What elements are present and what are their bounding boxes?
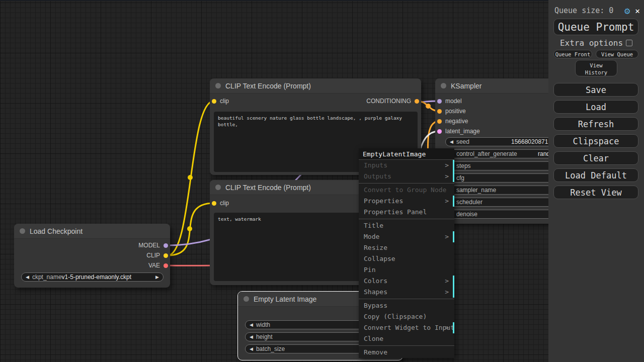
- output-slot-clip[interactable]: CLIP: [14, 250, 170, 260]
- prev-value-arrow-icon[interactable]: ◀: [250, 344, 253, 353]
- next-value-arrow-icon[interactable]: ▶: [155, 273, 159, 282]
- conditioning-port[interactable]: [437, 109, 442, 114]
- menu-item-mode[interactable]: Mode>: [359, 231, 454, 242]
- node-title: Load Checkpoint: [30, 227, 83, 235]
- submenu-arrow-icon: >: [445, 171, 449, 182]
- menu-item-remove[interactable]: Remove: [359, 347, 454, 358]
- widget-label: ckpt_name: [32, 274, 62, 281]
- widget-label: denoise: [456, 211, 477, 218]
- node-title: Empty Latent Image: [254, 295, 316, 303]
- vae-port[interactable]: [164, 263, 168, 268]
- view-queue-button[interactable]: View Queue: [596, 50, 638, 58]
- menu-item-properties[interactable]: Properties>: [359, 196, 454, 207]
- widget-value: 15668020871: [511, 138, 548, 145]
- input-slot-clip[interactable]: clip: [210, 96, 270, 106]
- submenu-arrow-icon: >: [445, 160, 449, 171]
- node-context-menu: EmptyLatentImage Inputs> Outputs> Conver…: [359, 148, 454, 358]
- menu-item-colors[interactable]: Colors>: [359, 276, 454, 287]
- node-title: CLIP Text Encode (Prompt): [225, 82, 311, 90]
- submenu-arrow-icon: >: [445, 322, 449, 333]
- load-default-button[interactable]: Load Default: [553, 168, 638, 182]
- menu-item-title[interactable]: Title: [359, 220, 454, 231]
- load-button[interactable]: Load: [553, 100, 638, 114]
- extra-options-checkbox[interactable]: [626, 40, 632, 46]
- menu-item-outputs[interactable]: Outputs>: [359, 171, 454, 182]
- clip-port[interactable]: [212, 99, 216, 104]
- queue-prompt-button[interactable]: Queue Prompt: [553, 19, 638, 35]
- collapse-dot-icon[interactable]: [244, 296, 249, 302]
- submenu-arrow-icon: >: [445, 231, 449, 242]
- latent-port[interactable]: [437, 129, 442, 134]
- menu-item-bypass[interactable]: Bypass: [359, 300, 454, 311]
- widget-label: steps: [456, 162, 471, 169]
- node-header[interactable]: CLIP Text Encode (Prompt): [210, 78, 421, 94]
- menu-separator: [359, 345, 454, 346]
- prev-value-arrow-icon[interactable]: ◀: [26, 273, 29, 282]
- widget-label: sampler_name: [456, 187, 496, 194]
- reset-view-button[interactable]: Reset View: [553, 186, 638, 199]
- conditioning-port[interactable]: [415, 99, 419, 104]
- collapse-dot-icon[interactable]: [215, 185, 221, 190]
- gear-icon[interactable]: ⚙: [624, 6, 630, 16]
- widget-label: height: [256, 333, 273, 340]
- node-header[interactable]: Load Checkpoint: [14, 224, 170, 239]
- clipspace-button[interactable]: Clipspace: [553, 134, 638, 148]
- widget-label: width: [256, 321, 270, 328]
- menu-item-shapes[interactable]: Shapes>: [359, 287, 454, 298]
- submenu-arrow-icon: >: [445, 287, 449, 298]
- menu-item-convert-to-group-node[interactable]: Convert to Group Node: [359, 185, 454, 196]
- collapse-dot-icon[interactable]: [441, 83, 446, 88]
- view-history-button[interactable]: ViewHistory: [575, 60, 617, 76]
- widget-label: control_after_generate: [456, 150, 517, 157]
- node-title: CLIP Text Encode (Prompt): [225, 184, 311, 192]
- menu-item-convert-widget-to-input[interactable]: Convert Widget to Input>: [359, 322, 454, 333]
- submenu-arrow-icon: >: [445, 276, 449, 287]
- queue-front-button[interactable]: Queue Front: [553, 50, 592, 58]
- queue-size-row: Queue size: 0 ⚙ ✕: [554, 5, 640, 16]
- output-slot-vae[interactable]: VAE: [14, 260, 170, 270]
- widget-label: batch_size: [256, 345, 285, 352]
- comfyui-screen: Load Checkpoint MODEL CLIP VAE ◀ ckpt_na…: [0, 0, 644, 362]
- close-icon[interactable]: ✕: [635, 6, 640, 16]
- widget-label: seed: [456, 138, 469, 145]
- prev-value-arrow-icon[interactable]: ◀: [250, 332, 253, 341]
- queue-size-label: Queue size: 0: [554, 6, 624, 15]
- node-title: KSampler: [451, 82, 481, 90]
- menu-item-properties-panel[interactable]: Properties Panel: [359, 207, 454, 218]
- menu-item-inputs[interactable]: Inputs>: [359, 160, 454, 171]
- prev-value-arrow-icon[interactable]: ◀: [450, 137, 453, 146]
- widget-label: cfg: [456, 174, 464, 182]
- input-slot-clip[interactable]: clip: [210, 198, 270, 208]
- clear-button[interactable]: Clear: [553, 151, 638, 165]
- collapse-dot-icon[interactable]: [20, 228, 25, 234]
- save-button[interactable]: Save: [553, 83, 638, 97]
- menu-separator: [359, 299, 454, 299]
- model-port[interactable]: [437, 99, 442, 104]
- extra-options-label: Extra options: [560, 38, 623, 48]
- menu-separator: [359, 183, 454, 184]
- clip-port[interactable]: [212, 201, 216, 206]
- menu-item-copy-clipspace[interactable]: Copy (Clipspace): [359, 311, 454, 322]
- clip-port[interactable]: [164, 253, 168, 258]
- ckpt-name-combo-widget[interactable]: ◀ ckpt_name v1-5-pruned-emaonly.ckpt ▶: [21, 273, 164, 282]
- widget-value: v1-5-pruned-emaonly.ckpt: [62, 274, 132, 281]
- conditioning-port[interactable]: [437, 119, 442, 124]
- output-slot-conditioning[interactable]: CONDITIONING: [320, 96, 421, 106]
- collapse-dot-icon[interactable]: [215, 83, 221, 88]
- menu-item-clone[interactable]: Clone: [359, 333, 454, 344]
- submenu-arrow-icon: >: [445, 196, 449, 207]
- extra-options-row: Extra options: [548, 38, 644, 47]
- menu-item-collapse[interactable]: Collapse: [359, 253, 454, 264]
- node-load-checkpoint[interactable]: Load Checkpoint MODEL CLIP VAE ◀ ckpt_na…: [14, 224, 170, 288]
- output-slot-model[interactable]: MODEL: [14, 240, 170, 250]
- menu-item-pin[interactable]: Pin: [359, 264, 454, 276]
- refresh-button[interactable]: Refresh: [553, 117, 638, 131]
- model-port[interactable]: [164, 243, 168, 248]
- context-menu-title: EmptyLatentImage: [359, 148, 454, 160]
- widget-label: scheduler: [456, 199, 482, 206]
- comfy-menu-panel: Queue size: 0 ⚙ ✕ Queue Prompt Extra opt…: [548, 0, 644, 362]
- prev-value-arrow-icon[interactable]: ◀: [250, 320, 253, 329]
- menu-item-resize[interactable]: Resize: [359, 242, 454, 253]
- menu-separator: [359, 219, 454, 219]
